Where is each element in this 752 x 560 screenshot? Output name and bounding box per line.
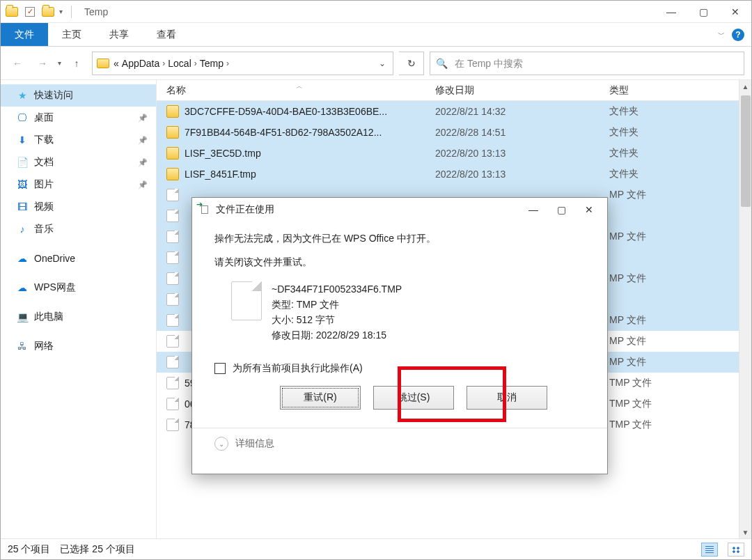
ribbon-tab-view[interactable]: 查看 <box>143 23 190 46</box>
details-view-icon <box>705 546 714 553</box>
table-row[interactable]: 3DC7CFFE-D59A-40D4-BAE0-133B3E06BE...202… <box>157 101 751 122</box>
dialog-titlebar: ➔ 文件正在使用 — ▢ ✕ <box>192 198 607 221</box>
ribbon: 文件 主页 共享 查看 ﹀ ? <box>1 23 751 47</box>
vertical-scrollbar[interactable]: ▲ ▼ <box>739 80 751 538</box>
retry-button[interactable]: 重试(R) <box>280 386 361 410</box>
status-selected-count: 已选择 25 个项目 <box>60 543 134 556</box>
file-icon <box>166 189 179 201</box>
status-bar: 25 个项目 已选择 25 个项目 <box>1 538 751 559</box>
chevron-right-icon[interactable]: › <box>226 59 229 68</box>
sidebar-item-documents[interactable]: 📄 文档 <box>1 151 156 173</box>
nav-forward-button[interactable]: → <box>33 54 52 73</box>
dialog-filesize: 大小: 512 字节 <box>272 312 402 327</box>
scroll-thumb[interactable] <box>741 95 751 207</box>
refresh-button[interactable]: ↻ <box>399 52 424 75</box>
file-type: MP 文件 <box>609 272 751 285</box>
columns-header[interactable]: ︿ 名称 修改日期 类型 <box>157 80 751 101</box>
cancel-button[interactable]: 取消 <box>467 386 547 410</box>
do-for-all-label[interactable]: 为所有当前项目执行此操作(A) <box>233 362 363 375</box>
ribbon-tab-share[interactable]: 共享 <box>95 23 143 46</box>
search-box[interactable]: 🔍 <box>430 52 744 75</box>
table-row[interactable]: LISF_8451F.tmp2022/8/20 13:13文件夹 <box>157 164 751 185</box>
sidebar-item-onedrive[interactable]: ☁ OneDrive <box>1 247 156 270</box>
scroll-up-icon[interactable]: ▲ <box>739 80 751 93</box>
sidebar-label: 文档 <box>34 156 54 169</box>
sidebar-label: 网络 <box>34 340 54 352</box>
folder-icon <box>166 168 179 180</box>
cloud-icon: ☁ <box>16 252 29 265</box>
dialog-message-1: 操作无法完成，因为文件已在 WPS Office 中打开。 <box>214 233 588 245</box>
file-type: MP 文件 <box>609 314 751 327</box>
crumb-temp[interactable]: Temp <box>200 58 224 69</box>
sidebar: ★ 快速访问 🖵 桌面 ⬇ 下载 📄 文档 🖼 图片 🎞 视频 <box>1 80 157 538</box>
view-details-button[interactable] <box>701 543 718 557</box>
skip-button[interactable]: 跳过(S) <box>373 386 454 410</box>
minimize-button[interactable]: — <box>655 1 687 23</box>
file-name: LISF_8451F.tmp <box>185 169 256 180</box>
download-icon: ⬇ <box>16 134 29 146</box>
music-icon: ♪ <box>16 223 29 235</box>
expand-details-icon[interactable]: ⌄ <box>214 437 228 451</box>
table-row[interactable]: LISF_3EC5D.tmp2022/8/20 13:13文件夹 <box>157 143 751 164</box>
ribbon-tab-home[interactable]: 主页 <box>48 23 95 46</box>
scroll-down-icon[interactable]: ▼ <box>739 526 751 538</box>
sidebar-item-quickaccess[interactable]: ★ 快速访问 <box>1 84 156 107</box>
crumb-local[interactable]: Local <box>168 58 191 69</box>
folder-icon <box>166 147 179 160</box>
dialog-maximize-button[interactable]: ▢ <box>547 200 575 219</box>
dialog-message-2: 请关闭该文件并重试。 <box>214 256 588 269</box>
status-item-count: 25 个项目 <box>8 543 50 556</box>
ribbon-tab-file[interactable]: 文件 <box>1 23 48 46</box>
sidebar-item-desktop[interactable]: 🖵 桌面 <box>1 107 156 129</box>
maximize-button[interactable]: ▢ <box>687 1 719 23</box>
qat-newfolder-icon[interactable] <box>41 5 55 19</box>
qat-dropdown-icon[interactable]: ▾ <box>59 8 63 15</box>
file-icon <box>166 335 179 348</box>
sidebar-item-network[interactable]: 🖧 网络 <box>1 335 156 357</box>
window-title: Temp <box>80 6 108 17</box>
ribbon-expand-icon[interactable]: ﹀ <box>718 30 725 40</box>
sidebar-item-wpspan[interactable]: ☁ WPS网盘 <box>1 277 156 299</box>
address-dropdown-icon[interactable]: ⌄ <box>376 59 389 68</box>
address-bar[interactable]: « AppData › Local › Temp › ⌄ <box>92 52 393 75</box>
explorer-window: ✓ ▾ Temp — ▢ ✕ 文件 主页 共享 查看 ﹀ ? ← → ▾ ↑ « <box>0 0 752 560</box>
help-icon[interactable]: ? <box>732 29 744 41</box>
more-info-label[interactable]: 详细信息 <box>235 437 274 450</box>
qat-properties-icon[interactable]: ✓ <box>23 5 37 19</box>
sidebar-label: 下载 <box>34 134 54 146</box>
crumb-prefix[interactable]: « <box>113 58 119 69</box>
sidebar-item-videos[interactable]: 🎞 视频 <box>1 196 156 218</box>
do-for-all-checkbox[interactable] <box>214 363 226 374</box>
file-icon <box>166 210 179 222</box>
sidebar-item-thispc[interactable]: 💻 此电脑 <box>1 306 156 328</box>
chevron-right-icon[interactable]: › <box>194 59 197 68</box>
sidebar-label: 快速访问 <box>34 89 73 102</box>
dialog-filetype: 类型: TMP 文件 <box>272 297 402 312</box>
view-large-button[interactable] <box>728 543 744 557</box>
dialog-close-button[interactable]: ✕ <box>575 200 603 219</box>
folder-icon <box>166 126 179 139</box>
chevron-right-icon[interactable]: › <box>162 59 165 68</box>
nav-history-icon[interactable]: ▾ <box>58 59 61 67</box>
dialog-minimize-button[interactable]: — <box>519 200 547 219</box>
sidebar-label: OneDrive <box>34 253 75 264</box>
col-type[interactable]: 类型 <box>609 84 751 97</box>
file-type: 文件夹 <box>609 147 751 160</box>
crumb-appdata[interactable]: AppData <box>122 58 159 69</box>
sidebar-item-music[interactable]: ♪ 音乐 <box>1 218 156 240</box>
sidebar-item-downloads[interactable]: ⬇ 下载 <box>1 129 156 151</box>
computer-icon: 💻 <box>16 311 29 323</box>
file-type: MP 文件 <box>609 189 751 201</box>
close-button[interactable]: ✕ <box>719 1 751 23</box>
sidebar-label: 桌面 <box>34 111 54 124</box>
search-input[interactable] <box>453 57 738 70</box>
table-row[interactable]: 7F91BB44-564B-4F51-8D62-798A3502A12...20… <box>157 122 751 143</box>
nav-back-button[interactable]: ← <box>8 54 27 73</box>
file-name: LISF_3EC5D.tmp <box>185 148 261 159</box>
nav-up-button[interactable]: ↑ <box>67 54 86 73</box>
sidebar-item-pictures[interactable]: 🖼 图片 <box>1 173 156 196</box>
col-modified[interactable]: 修改日期 <box>435 84 609 97</box>
folder-icon <box>166 105 179 118</box>
document-icon: 📄 <box>16 156 29 169</box>
network-icon: 🖧 <box>16 340 29 352</box>
